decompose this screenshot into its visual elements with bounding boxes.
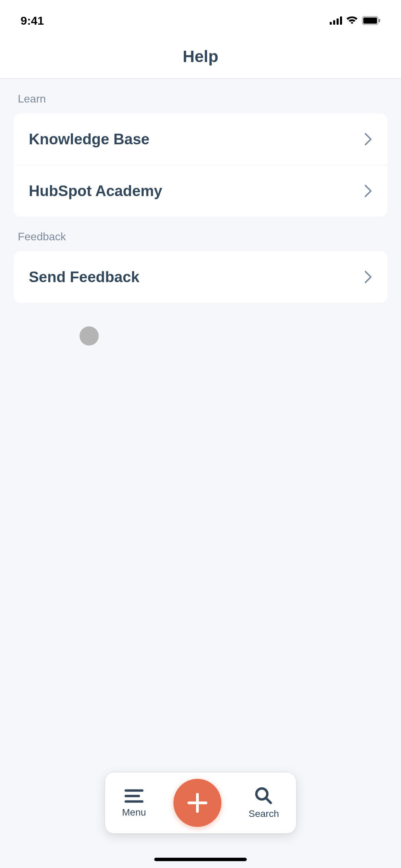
svg-rect-2 bbox=[337, 19, 339, 25]
add-button[interactable] bbox=[173, 779, 221, 827]
list-group-learn: Knowledge Base HubSpot Academy bbox=[14, 113, 387, 217]
battery-icon bbox=[362, 16, 380, 25]
svg-rect-5 bbox=[363, 17, 377, 24]
list-item-label: HubSpot Academy bbox=[29, 182, 162, 200]
page-header: Help bbox=[0, 34, 401, 79]
home-indicator[interactable] bbox=[154, 858, 247, 861]
section-header-feedback: Feedback bbox=[14, 230, 387, 243]
svg-rect-1 bbox=[333, 20, 335, 25]
list-item-knowledge-base[interactable]: Knowledge Base bbox=[14, 113, 387, 165]
chevron-right-icon bbox=[364, 132, 372, 146]
chevron-right-icon bbox=[364, 270, 372, 284]
menu-button[interactable]: Menu bbox=[122, 788, 146, 818]
menu-label: Menu bbox=[122, 807, 146, 818]
status-time: 9:41 bbox=[21, 14, 44, 27]
search-icon bbox=[254, 786, 274, 806]
search-button[interactable]: Search bbox=[248, 786, 279, 819]
plus-icon bbox=[185, 791, 209, 815]
svg-rect-0 bbox=[330, 22, 332, 25]
list-item-hubspot-academy[interactable]: HubSpot Academy bbox=[14, 165, 387, 217]
status-icons bbox=[330, 16, 380, 25]
chevron-right-icon bbox=[364, 184, 372, 198]
wifi-icon bbox=[346, 16, 358, 25]
list-item-label: Send Feedback bbox=[29, 268, 139, 286]
touch-indicator bbox=[80, 326, 99, 346]
content-area: Learn Knowledge Base HubSpot Academy Fee… bbox=[0, 79, 401, 316]
list-item-send-feedback[interactable]: Send Feedback bbox=[14, 251, 387, 303]
svg-line-13 bbox=[266, 798, 271, 803]
list-item-label: Knowledge Base bbox=[29, 131, 149, 148]
svg-rect-3 bbox=[340, 16, 342, 25]
cellular-icon bbox=[330, 16, 342, 25]
bottom-navigation-bar: Menu Search bbox=[105, 772, 296, 834]
page-title: Help bbox=[183, 47, 218, 66]
menu-icon bbox=[124, 788, 144, 804]
search-label: Search bbox=[248, 808, 279, 819]
svg-rect-6 bbox=[379, 19, 380, 22]
list-group-feedback: Send Feedback bbox=[14, 251, 387, 303]
section-header-learn: Learn bbox=[14, 93, 387, 105]
status-bar: 9:41 bbox=[0, 0, 401, 34]
